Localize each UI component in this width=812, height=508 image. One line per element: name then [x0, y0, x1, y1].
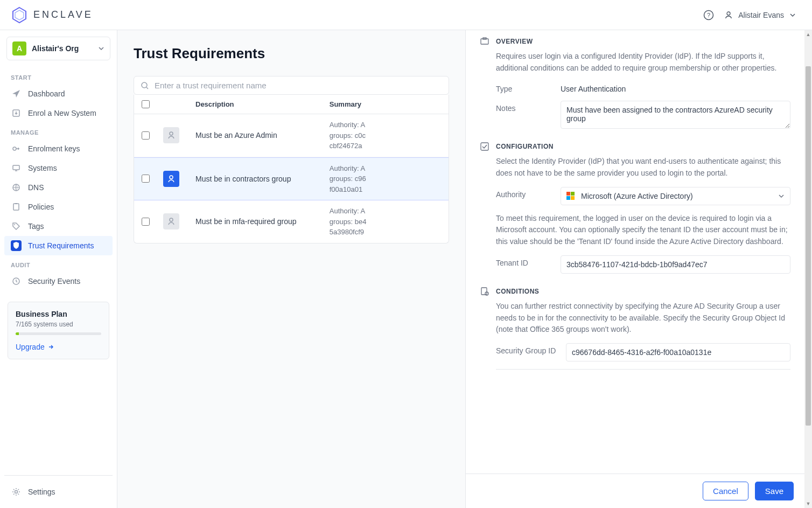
logo[interactable]: ENCLAVE: [11, 6, 93, 24]
svg-point-17: [170, 218, 173, 221]
column-summary: Summary: [330, 100, 441, 108]
svg-rect-20: [481, 143, 488, 150]
section-audit: AUDIT: [4, 255, 113, 272]
sidebar-item-systems[interactable]: Systems: [4, 158, 113, 178]
configuration-icon: [480, 142, 489, 151]
svg-point-14: [142, 82, 147, 88]
config-help: To meet this requirement, the logged in …: [496, 213, 790, 248]
clock-icon: [11, 276, 22, 287]
search-input[interactable]: [155, 81, 442, 90]
table-row[interactable]: Must be an Azure Admin Authority: A grou…: [134, 114, 449, 157]
sidebar-item-label: Enrolment keys: [28, 144, 80, 153]
user-icon: [163, 171, 179, 187]
sidebar-item-label: Enrol a New System: [28, 109, 96, 117]
table-row[interactable]: Must be in mfa-required group Authority:…: [134, 200, 449, 243]
user-icon: [724, 11, 733, 19]
sidebar-item-enrol[interactable]: Enrol a New System: [4, 103, 113, 123]
section-title: CONFIGURATION: [496, 143, 554, 150]
svg-point-16: [170, 176, 173, 179]
svg-rect-21: [481, 288, 487, 295]
user-name: Alistair Evans: [738, 11, 784, 19]
tenant-id-input[interactable]: [561, 255, 790, 274]
help-button[interactable]: ?: [703, 9, 715, 21]
sidebar-item-dns[interactable]: DNS: [4, 178, 113, 197]
chevron-down-icon: [789, 12, 796, 18]
tag-icon: [11, 221, 22, 232]
shield-check-icon: [11, 240, 22, 251]
org-switcher[interactable]: A Alistair's Org: [6, 37, 110, 60]
conditions-icon: [480, 287, 489, 296]
scroll-thumb[interactable]: [804, 39, 812, 499]
sidebar-item-security-events[interactable]: Security Events: [4, 272, 113, 291]
row-description: Must be an Azure Admin: [190, 131, 330, 140]
key-icon: [11, 143, 22, 154]
section-title: OVERVIEW: [496, 38, 533, 45]
arrow-right-icon: [48, 344, 54, 350]
save-button[interactable]: Save: [755, 482, 794, 500]
chevron-down-icon: [98, 45, 104, 52]
search-box[interactable]: [134, 76, 449, 95]
sidebar-item-label: Settings: [28, 488, 55, 496]
upgrade-link[interactable]: Upgrade: [16, 343, 54, 351]
chevron-down-icon: [778, 193, 785, 199]
row-checkbox[interactable]: [142, 218, 150, 226]
svg-marker-1: [15, 10, 24, 20]
authority-select[interactable]: Microsoft (Azure Active Directory): [561, 187, 790, 205]
sidebar-item-label: Policies: [28, 203, 54, 211]
svg-rect-10: [15, 203, 17, 204]
scroll-up-icon[interactable]: ▲: [804, 30, 812, 39]
user-menu[interactable]: Alistair Evans: [724, 11, 801, 19]
overview-icon: [480, 37, 489, 46]
logo-icon: [11, 6, 28, 24]
row-checkbox[interactable]: [142, 131, 150, 140]
authority-label: Authority: [496, 187, 561, 199]
type-label: Type: [496, 81, 561, 93]
sidebar-item-enrolment-keys[interactable]: Enrolment keys: [4, 139, 113, 158]
notes-label: Notes: [496, 101, 561, 113]
detail-pane: OVERVIEW Requires user login via a confi…: [465, 30, 804, 508]
plan-title: Business Plan: [16, 310, 101, 318]
svg-rect-7: [13, 165, 19, 170]
scrollbar[interactable]: ▲ ▼: [804, 30, 812, 508]
svg-rect-9: [13, 204, 19, 210]
search-icon: [141, 81, 149, 90]
scroll-down-icon[interactable]: ▼: [804, 499, 812, 508]
org-badge: A: [12, 41, 26, 55]
help-icon: ?: [703, 10, 714, 20]
plan-progress: [16, 332, 101, 335]
security-group-input[interactable]: [566, 343, 790, 361]
section-manage: MANAGE: [4, 123, 113, 139]
globe-icon: [11, 182, 22, 193]
row-summary: Authority: A groups: c96 f00a10a01: [330, 163, 441, 195]
requirements-table: Description Summary Must be an Azure Adm…: [134, 95, 449, 243]
sidebar-item-label: Trust Requirements: [28, 241, 94, 250]
microsoft-icon: [566, 192, 575, 200]
sidebar-item-policies[interactable]: Policies: [4, 197, 113, 217]
upgrade-label: Upgrade: [16, 343, 45, 351]
row-checkbox[interactable]: [142, 175, 150, 183]
sidebar-item-label: Systems: [28, 164, 57, 172]
security-group-label: Security Group ID: [496, 343, 566, 355]
sidebar-item-trust-requirements[interactable]: Trust Requirements: [4, 236, 113, 255]
sidebar-item-dashboard[interactable]: Dashboard: [4, 84, 113, 103]
svg-point-6: [13, 147, 16, 150]
table-row[interactable]: Must be in contractors group Authority: …: [134, 157, 449, 201]
notes-textarea[interactable]: [561, 101, 790, 129]
sidebar-item-tags[interactable]: Tags: [4, 217, 113, 236]
section-title: CONDITIONS: [496, 288, 539, 295]
plan-sub: 7/165 systems used: [16, 321, 101, 328]
divider: [496, 369, 790, 370]
overview-desc: Requires user login via a configured Ide…: [496, 51, 790, 74]
svg-point-15: [170, 132, 173, 135]
tenant-label: Tenant ID: [496, 255, 561, 267]
authority-value: Microsoft (Azure Active Directory): [581, 192, 693, 200]
monitor-icon: [11, 163, 22, 173]
row-description: Must be in contractors group: [190, 175, 330, 183]
select-all-checkbox[interactable]: [142, 100, 150, 108]
sidebar-item-settings[interactable]: Settings: [4, 482, 113, 502]
cancel-button[interactable]: Cancel: [703, 482, 748, 500]
row-description: Must be in mfa-required group: [190, 217, 330, 226]
user-icon: [163, 127, 179, 143]
svg-point-13: [15, 491, 18, 493]
org-name: Alistair's Org: [32, 44, 79, 53]
